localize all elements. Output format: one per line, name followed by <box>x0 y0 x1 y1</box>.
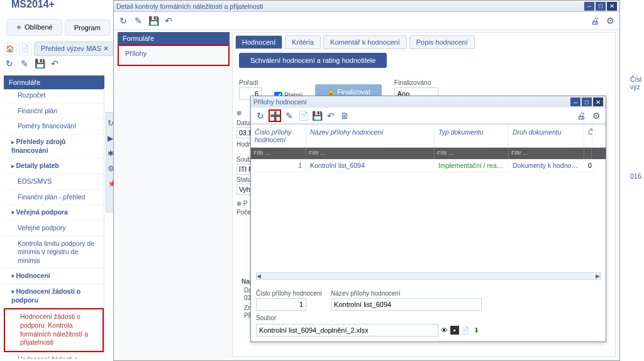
sub-print-icon[interactable]: 🖨 <box>575 110 587 121</box>
bottom-num-input[interactable] <box>256 298 306 311</box>
sidebar-item-11[interactable]: Hodnocení žádosti o podporu <box>4 284 104 308</box>
file-download-icon[interactable]: ⬇ <box>472 326 480 335</box>
sub-gear-icon[interactable]: ⚙ <box>591 110 602 121</box>
bottom-file-input[interactable] <box>256 324 438 336</box>
sidebar-item-0[interactable]: Rozpočet <box>4 88 104 104</box>
sidebar-item-10[interactable]: Hodnocení <box>4 269 104 284</box>
refresh-icon[interactable]: ↻ <box>4 58 15 69</box>
approve-button[interactable]: Schválení hodnocení a rating hodnotitele <box>239 53 387 68</box>
mini-toolbar: ↻ ✎ 💾 ↶ <box>4 58 60 69</box>
filter-num[interactable]: Filtr ... <box>251 148 306 159</box>
dialog-form-body: Přílohy <box>118 45 230 66</box>
app-logo: MS2014+ <box>11 0 55 10</box>
minimize-icon[interactable]: – <box>584 2 594 11</box>
favorites-button[interactable]: Oblíbené <box>6 19 62 36</box>
filter-type[interactable]: Filtr ... <box>435 148 509 159</box>
bottom-name-input[interactable] <box>331 298 482 311</box>
sub-toolbar: ↻ ➕ ✎ 📄 💾 ↶ 🗎 🖨 ⚙ <box>251 108 606 124</box>
breadcrumb-label: Přehled výzev MAS <box>41 45 101 52</box>
tab-hodnocení[interactable]: Hodnocení <box>235 35 282 49</box>
col-num[interactable]: Číslo přílohy hodnocení <box>251 125 306 147</box>
filter-kind[interactable]: Filtr ... <box>509 148 584 159</box>
sidebar-item-4[interactable]: Detaily plateb <box>4 158 104 174</box>
sidebar-item-7[interactable]: Veřejná podpora <box>4 205 104 221</box>
sub-dialog-titlebar: Přílohy hodnocení – □ ✕ <box>251 96 606 108</box>
filter-c[interactable] <box>584 148 592 159</box>
attachments-grid: Číslo přílohy hodnocení Název přílohy ho… <box>251 124 606 172</box>
sidebar-item-13[interactable]: Hodnocení žádosti o podporu: Hodnocení v… <box>4 352 104 358</box>
sidebar-item-6[interactable]: Finanční plán - přehled <box>4 190 104 206</box>
dlg-save-icon[interactable]: 💾 <box>148 15 159 26</box>
dlg-undo-icon[interactable]: ↶ <box>163 15 174 26</box>
tab-komentář-k-hodnocení[interactable]: Komentář k hodnocení <box>323 35 407 49</box>
dialog-title: Detail kontroly formálních náležitostí a… <box>116 3 263 10</box>
sub-refresh-icon[interactable]: ↻ <box>255 110 266 121</box>
poradi-label: Pořadí <box>239 79 262 86</box>
sub-bottom-form: Číslo přílohy hodnocení Název přílohy ho… <box>256 290 601 336</box>
x-icon[interactable]: ⊗ <box>236 109 242 116</box>
dialog-toolbar: ↻ ✎ 💾 ↶ 🖨 ⚙ <box>114 12 619 30</box>
strip-refresh-icon[interactable]: ↻ <box>108 119 113 128</box>
tab-popis-hodnocení[interactable]: Popis hodnocení <box>409 35 475 49</box>
dlg-edit-icon[interactable]: ✎ <box>133 15 144 26</box>
bottom-num-label: Číslo přílohy hodnocení <box>256 290 322 297</box>
horizontal-scrollbar[interactable] <box>256 272 601 280</box>
sidebar-item-8[interactable]: Veřejné podpory <box>4 221 104 236</box>
col-c[interactable]: Č <box>584 125 592 147</box>
sub-undo-icon[interactable]: ↶ <box>325 110 336 121</box>
cell-name[interactable]: Kontrolní list_6094 <box>306 159 435 172</box>
add-attachment-icon[interactable]: ➕ <box>269 109 281 122</box>
sub-minimize-icon[interactable]: – <box>570 97 580 106</box>
attachments-dialog: Přílohy hodnocení – □ ✕ ↻ ➕ ✎ 📄 💾 ↶ 🗎 🖨 … <box>250 96 606 342</box>
sidebar-item-prilohy[interactable]: Přílohy <box>119 46 228 61</box>
sidebar-item-2[interactable]: Poměry financování <box>4 119 104 135</box>
file-copy-icon[interactable]: 📄 <box>461 326 470 335</box>
gear-icon[interactable]: ⚙ <box>604 15 616 26</box>
strip-gear-icon[interactable]: ⚙ <box>108 164 113 173</box>
sub-maximize-icon[interactable]: □ <box>582 97 592 106</box>
col-kind[interactable]: Druh dokumentu <box>509 125 584 147</box>
filter-name[interactable]: Filtr ... <box>306 148 435 159</box>
maximize-icon[interactable]: □ <box>596 2 606 11</box>
undo-icon[interactable]: ↶ <box>49 58 60 69</box>
cell-num: 1 <box>251 159 306 172</box>
cell-c: 0 <box>584 159 592 172</box>
bottom-name-label: Název přílohy hodnocení <box>331 290 601 297</box>
close-icon[interactable]: ✕ <box>607 2 617 11</box>
sub-copy-icon[interactable]: 📄 <box>297 110 309 121</box>
save-icon[interactable]: 💾 <box>34 58 45 69</box>
sub-close-icon[interactable]: ✕ <box>593 97 603 106</box>
sub-edit-icon[interactable]: ✎ <box>284 110 295 121</box>
home-icon[interactable]: 🏠 <box>4 43 16 55</box>
strip-play-icon[interactable]: ▶ <box>108 134 113 143</box>
col-name[interactable]: Název přílohy hodnocení <box>306 125 435 147</box>
table-row[interactable]: 1 Kontrolní list_6094 Implementační / re… <box>251 159 606 172</box>
program-button[interactable]: Program <box>65 19 110 36</box>
col-type[interactable]: Typ dokumentu <box>435 125 509 147</box>
dialog-left-panel: Formuláře Přílohy <box>118 32 230 66</box>
file-delete-icon[interactable]: ▪ <box>450 326 459 335</box>
x-icon-2[interactable]: ⊗ P <box>236 200 247 207</box>
strip-star-icon[interactable]: ✱ <box>108 149 113 158</box>
dialog-form-header: Formuláře <box>118 32 230 45</box>
sub-save-icon[interactable]: 💾 <box>311 110 323 121</box>
cell-kind: Dokumenty k hodnocení <box>509 159 584 172</box>
sidebar-item-9[interactable]: Kontrola limitu podpory de minimis v reg… <box>4 236 104 269</box>
dialog-titlebar: Detail kontroly formálních náležitostí a… <box>114 1 619 12</box>
sidebar-item-5[interactable]: EDS/SMVS <box>4 174 104 190</box>
sub-doc-icon[interactable]: 🗎 <box>339 110 350 121</box>
bottom-file-label: Soubor <box>256 314 601 321</box>
file-view-icon[interactable]: 👁 <box>440 326 448 335</box>
dlg-refresh-icon[interactable]: ↻ <box>118 15 129 26</box>
finalized-label: Finalizováno <box>394 79 438 86</box>
documents-icon[interactable]: 📄 <box>19 43 31 55</box>
tab-kritéria[interactable]: Kritéria <box>285 35 321 49</box>
strip-pin-icon[interactable]: 📌 <box>108 179 113 188</box>
print-icon[interactable]: 🖨 <box>589 15 601 26</box>
edit-icon[interactable]: ✎ <box>19 58 30 69</box>
breadcrumb[interactable]: Přehled výzev MAS ✕ <box>34 42 116 56</box>
sidebar-item-3[interactable]: Přehledy zdrojů financování <box>4 135 104 158</box>
cell-type: Implementační / realizační Ž <box>435 159 509 172</box>
sidebar-item-12[interactable]: Hodnocení žádosti o podporu: Kontrola fo… <box>5 309 103 351</box>
sidebar-item-1[interactable]: Finanční plán <box>4 104 104 119</box>
